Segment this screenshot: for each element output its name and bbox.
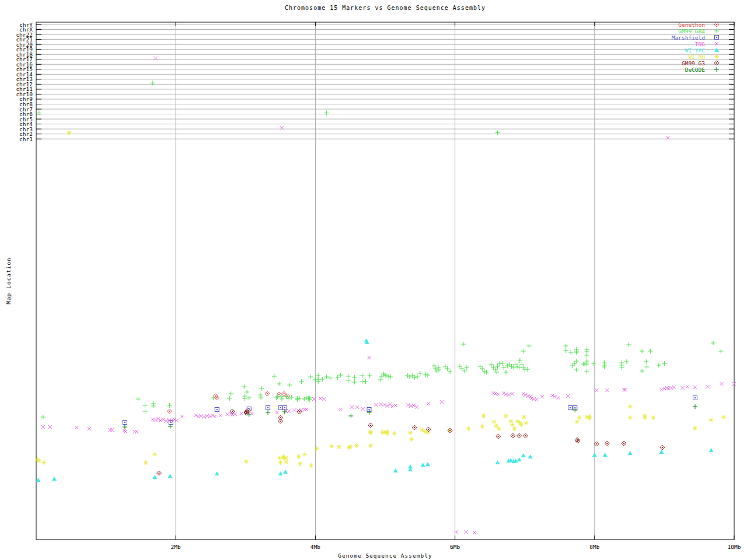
marker xyxy=(592,453,597,457)
marker xyxy=(151,404,156,408)
marker xyxy=(152,475,157,479)
marker xyxy=(461,342,466,346)
marker-dot xyxy=(498,436,499,437)
series-gm99-gb4 xyxy=(41,341,723,419)
marker xyxy=(337,444,341,449)
marker xyxy=(651,415,655,420)
marker xyxy=(293,408,296,412)
marker xyxy=(302,452,307,457)
marker xyxy=(711,341,715,345)
marker xyxy=(394,404,397,407)
x-tick-label-10Mb: 10Mb xyxy=(728,544,741,550)
legend: GenethonGM99 GB4MarshfieldTNGWI YACWI RH… xyxy=(672,22,719,73)
marker xyxy=(521,349,526,354)
marker-dot xyxy=(716,37,717,38)
marker xyxy=(693,386,697,389)
marker xyxy=(709,418,714,422)
marker xyxy=(233,412,237,416)
chromosome-rows: chrYchrXchr22chr21chr20chr19chr18chr17ch… xyxy=(16,22,734,142)
marker xyxy=(215,471,219,475)
marker xyxy=(714,67,719,72)
marker xyxy=(226,412,229,416)
chromosome-label-chr1: chr1 xyxy=(19,136,33,142)
marker xyxy=(448,369,452,374)
marker-dot xyxy=(280,421,281,422)
marker xyxy=(564,344,568,348)
marker-dot xyxy=(246,412,247,414)
marker xyxy=(266,410,270,415)
marker xyxy=(379,402,383,406)
legend-label-gm99-g3: GM99 G3 xyxy=(682,60,705,66)
marker xyxy=(585,362,589,366)
marker xyxy=(528,454,533,459)
marker xyxy=(143,403,148,408)
marker xyxy=(521,453,526,457)
marker xyxy=(517,457,522,461)
marker-dot xyxy=(284,393,285,394)
marker xyxy=(574,350,579,355)
marker xyxy=(75,426,78,429)
marker xyxy=(480,424,484,429)
marker xyxy=(319,397,322,400)
marker xyxy=(714,48,719,52)
legend-symbol-decode-icon xyxy=(714,67,719,72)
marker-dot xyxy=(284,407,285,408)
marker xyxy=(352,375,357,380)
marker xyxy=(296,454,301,459)
marker xyxy=(41,425,45,429)
marker xyxy=(709,448,714,452)
marker xyxy=(524,421,529,425)
marker xyxy=(338,408,342,411)
marker xyxy=(693,404,697,409)
marker xyxy=(329,444,334,449)
series-wi-yac xyxy=(36,338,714,482)
marker-dot xyxy=(525,435,526,436)
marker xyxy=(458,364,462,369)
marker xyxy=(259,396,263,400)
x-tick-label-2Mb: 2Mb xyxy=(171,544,181,550)
marker xyxy=(497,393,500,396)
marker xyxy=(640,349,644,354)
marker xyxy=(644,359,648,364)
marker xyxy=(242,384,246,389)
marker xyxy=(628,404,633,409)
marker xyxy=(41,415,46,419)
marker xyxy=(721,415,726,419)
marker xyxy=(67,131,71,135)
marker xyxy=(526,344,531,348)
marker xyxy=(706,385,710,388)
x-axis-ticks: 2Mb4Mb6Mb8Mb10Mb xyxy=(171,22,741,550)
marker xyxy=(686,385,689,388)
marker xyxy=(603,453,608,457)
marker xyxy=(110,428,114,432)
marker xyxy=(421,463,425,467)
marker xyxy=(659,450,664,454)
marker xyxy=(714,54,719,59)
marker xyxy=(280,397,284,401)
marker xyxy=(144,460,148,465)
legend-label-wi-yac: WI YAC xyxy=(685,47,705,54)
marker xyxy=(504,370,508,374)
marker xyxy=(595,388,598,392)
marker xyxy=(368,430,373,435)
marker xyxy=(168,474,173,478)
legend-label-wi-rh: WI RH xyxy=(688,54,705,60)
marker xyxy=(368,373,372,378)
marker xyxy=(298,461,302,466)
marker-dot xyxy=(512,435,514,436)
marker xyxy=(574,359,579,363)
marker xyxy=(624,359,629,364)
marker xyxy=(507,393,511,397)
marker-dot xyxy=(248,410,249,411)
marker xyxy=(151,80,155,85)
marker xyxy=(522,415,526,419)
marker xyxy=(360,373,365,378)
marker xyxy=(367,356,371,359)
marker xyxy=(460,366,465,371)
marker xyxy=(135,430,138,433)
marker xyxy=(136,397,141,401)
x-tick-label-4Mb: 4Mb xyxy=(310,544,320,550)
marker xyxy=(473,531,476,534)
marker-dot xyxy=(449,430,451,431)
marker xyxy=(240,412,243,415)
